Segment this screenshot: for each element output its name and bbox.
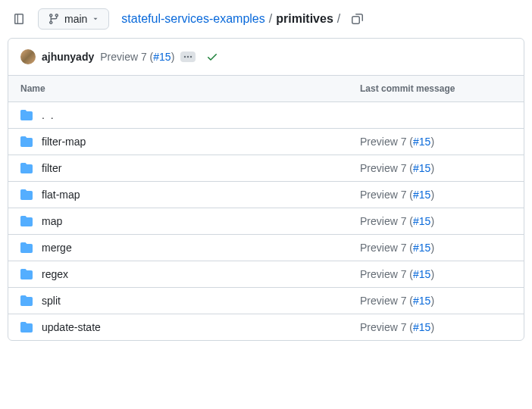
row-pr-link[interactable]: #15 bbox=[413, 189, 430, 201]
check-icon bbox=[206, 51, 218, 63]
row-commit-msg[interactable]: Preview 7 (#15) bbox=[360, 268, 512, 280]
commit-author-link[interactable]: ajhunyady bbox=[42, 51, 94, 63]
table-row: mergePreview 7 (#15) bbox=[8, 235, 524, 261]
row-commit-msg[interactable]: Preview 7 (#15) bbox=[360, 215, 512, 227]
table-row: mapPreview 7 (#15) bbox=[8, 208, 524, 235]
commit-msg-prefix: Preview 7 ( bbox=[100, 51, 153, 63]
folder-link[interactable]: update-state bbox=[42, 321, 101, 333]
commit-pr-link[interactable]: #15 bbox=[153, 51, 171, 63]
branch-name: main bbox=[64, 13, 87, 25]
file-table-header: Name Last commit message bbox=[8, 76, 524, 102]
branch-select-button[interactable]: main bbox=[38, 8, 109, 30]
folder-link[interactable]: flat-map bbox=[42, 189, 80, 201]
folder-icon bbox=[20, 242, 33, 254]
row-pr-link[interactable]: #15 bbox=[413, 162, 430, 174]
row-commit-msg[interactable]: Preview 7 (#15) bbox=[360, 136, 512, 148]
table-row: splitPreview 7 (#15) bbox=[8, 288, 524, 314]
breadcrumb: stateful-services-examples / primitives … bbox=[121, 8, 520, 30]
top-bar: main stateful-services-examples / primit… bbox=[0, 0, 532, 38]
folder-icon bbox=[20, 268, 33, 280]
folder-link[interactable]: split bbox=[42, 295, 61, 307]
avatar[interactable] bbox=[20, 49, 36, 64]
git-branch-icon bbox=[48, 13, 60, 25]
latest-commit-row: ajhunyady Preview 7 (#15) bbox=[8, 39, 524, 76]
breadcrumb-sep: / bbox=[335, 12, 343, 26]
folder-link[interactable]: map bbox=[42, 215, 62, 227]
row-pr-link[interactable]: #15 bbox=[413, 295, 430, 307]
row-pr-link[interactable]: #15 bbox=[413, 242, 430, 254]
svg-point-1 bbox=[187, 56, 189, 58]
svg-point-0 bbox=[184, 56, 186, 58]
folder-link[interactable]: regex bbox=[42, 268, 68, 280]
row-pr-link[interactable]: #15 bbox=[413, 136, 430, 148]
copy-path-button[interactable] bbox=[347, 8, 368, 30]
row-commit-msg[interactable]: Preview 7 (#15) bbox=[360, 189, 512, 201]
folder-icon bbox=[20, 109, 33, 121]
folder-icon bbox=[20, 136, 33, 148]
copy-icon bbox=[352, 13, 364, 25]
folder-link[interactable]: filter bbox=[42, 162, 61, 174]
table-row: filterPreview 7 (#15) bbox=[8, 155, 524, 182]
row-commit-msg[interactable]: Preview 7 (#15) bbox=[360, 162, 512, 174]
sidebar-icon bbox=[13, 13, 25, 25]
row-pr-link[interactable]: #15 bbox=[413, 268, 430, 280]
breadcrumb-repo-link[interactable]: stateful-services-examples bbox=[121, 12, 264, 26]
folder-icon bbox=[20, 162, 33, 174]
row-pr-link[interactable]: #15 bbox=[413, 321, 430, 333]
folder-icon bbox=[20, 321, 33, 333]
folder-link[interactable]: merge bbox=[42, 242, 72, 254]
parent-directory-row[interactable]: . . bbox=[8, 102, 524, 129]
folder-icon bbox=[20, 215, 33, 227]
folder-link[interactable]: filter-map bbox=[42, 136, 86, 148]
ellipsis-icon bbox=[183, 53, 192, 61]
header-commit-msg: Last commit message bbox=[360, 83, 512, 94]
row-commit-msg[interactable]: Preview 7 (#15) bbox=[360, 295, 512, 307]
commit-message[interactable]: Preview 7 (#15) bbox=[100, 51, 174, 63]
table-row: filter-mapPreview 7 (#15) bbox=[8, 129, 524, 155]
parent-dir-link[interactable]: . . bbox=[42, 109, 512, 121]
status-check[interactable] bbox=[206, 51, 218, 63]
file-listing-box: ajhunyady Preview 7 (#15) Name Last comm… bbox=[8, 38, 524, 341]
folder-icon bbox=[20, 295, 33, 307]
table-row: update-statePreview 7 (#15) bbox=[8, 314, 524, 340]
chevron-down-icon bbox=[92, 15, 99, 23]
row-pr-link[interactable]: #15 bbox=[413, 215, 430, 227]
commit-msg-suffix: ) bbox=[171, 51, 175, 63]
row-commit-msg[interactable]: Preview 7 (#15) bbox=[360, 321, 512, 333]
breadcrumb-sep: / bbox=[267, 12, 274, 26]
row-commit-msg[interactable]: Preview 7 (#15) bbox=[360, 242, 512, 254]
breadcrumb-current: primitives bbox=[276, 12, 333, 26]
svg-point-2 bbox=[190, 56, 192, 58]
folder-icon bbox=[20, 189, 33, 201]
table-row: regexPreview 7 (#15) bbox=[8, 261, 524, 288]
table-row: flat-mapPreview 7 (#15) bbox=[8, 182, 524, 208]
file-tree-toggle[interactable] bbox=[8, 8, 30, 30]
header-name: Name bbox=[20, 83, 360, 94]
expand-commit-button[interactable] bbox=[180, 52, 196, 62]
